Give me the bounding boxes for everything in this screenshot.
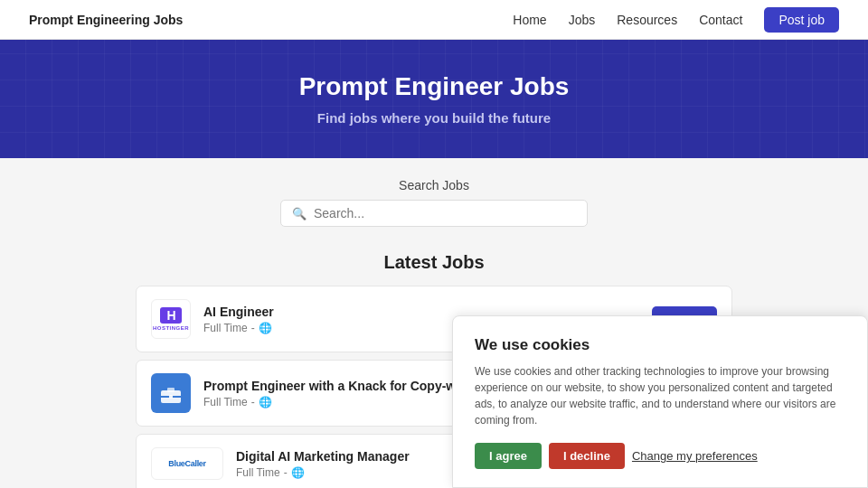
hostinger-label: HOSTINGER — [153, 325, 189, 331]
search-section: Search Jobs 🔍 — [0, 158, 868, 236]
company-logo-hostinger: H HOSTINGER — [151, 299, 191, 339]
separator: - — [251, 322, 255, 334]
nav-links: Home Jobs Resources Contact Post job — [513, 7, 839, 33]
bluecaller-text: BlueCaller — [168, 459, 206, 468]
cookie-banner: We use cookies We use cookies and other … — [452, 315, 868, 488]
nav-resources[interactable]: Resources — [617, 13, 677, 27]
cookie-change-button[interactable]: Change my preferences — [632, 449, 758, 463]
nav-contact[interactable]: Contact — [699, 13, 742, 27]
hostinger-h-icon: H — [160, 307, 182, 324]
briefcase-svg — [159, 383, 183, 403]
nav-home[interactable]: Home — [513, 13, 546, 27]
hero-section: Prompt Engineer Jobs Find jobs where you… — [0, 40, 868, 158]
search-input[interactable] — [314, 206, 576, 221]
cookie-text: We use cookies and other tracking techno… — [475, 363, 845, 428]
latest-jobs-title: Latest Jobs — [136, 252, 732, 273]
cookie-decline-button[interactable]: I decline — [549, 443, 625, 469]
hero-title: Prompt Engineer Jobs — [18, 72, 850, 101]
company-logo-bluecaller: BlueCaller — [151, 447, 223, 480]
company-logo-briefcase — [151, 373, 191, 413]
nav-brand: Prompt Engineering Jobs — [29, 13, 183, 27]
flag-icon: 🌐 — [259, 322, 272, 334]
flag-icon: 🌐 — [291, 466, 305, 479]
job-type: Full Time — [203, 322, 248, 334]
navbar: Prompt Engineering Jobs Home Jobs Resour… — [0, 0, 868, 40]
separator: - — [284, 466, 288, 479]
nav-jobs[interactable]: Jobs — [569, 13, 596, 27]
svg-rect-3 — [169, 395, 173, 399]
cookie-title: We use cookies — [475, 336, 845, 354]
cookie-actions: I agree I decline Change my preferences — [475, 443, 845, 469]
search-box: 🔍 — [280, 200, 588, 227]
flag-icon: 🌐 — [259, 396, 272, 408]
post-job-button[interactable]: Post job — [764, 7, 839, 33]
svg-rect-1 — [167, 388, 175, 392]
job-type: Full Time — [203, 396, 248, 408]
search-label: Search Jobs — [399, 178, 469, 192]
job-type: Full Time — [236, 466, 280, 479]
search-icon: 🔍 — [292, 207, 307, 221]
hero-subtitle: Find jobs where you build the future — [18, 110, 850, 126]
separator: - — [251, 396, 255, 408]
cookie-agree-button[interactable]: I agree — [475, 443, 542, 469]
